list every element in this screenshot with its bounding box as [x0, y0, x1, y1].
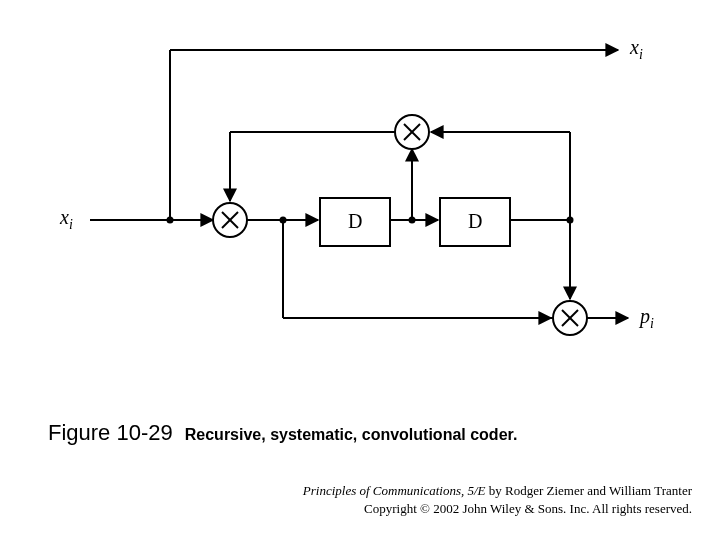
- figure-number: Figure 10-29: [48, 420, 173, 445]
- systematic-output-label: xi: [630, 36, 643, 63]
- copyright-line: Copyright © 2002 John Wiley & Sons. Inc.…: [303, 500, 692, 518]
- figure-caption: Figure 10-29 Recursive, systematic, conv…: [48, 420, 668, 446]
- copyright-credit: Principles of Communications, 5/E by Rod…: [303, 482, 692, 517]
- svg-point-10: [167, 217, 174, 224]
- diagram-canvas: xi xi pi D D Figure 10-29 Recursive, sys…: [0, 0, 720, 540]
- authors: by Rodger Ziemer and William Tranter: [486, 483, 692, 498]
- book-title: Principles of Communications, 5/E: [303, 483, 486, 498]
- delay-block-1-label: D: [348, 210, 362, 233]
- figure-title: Recursive, systematic, convolutional cod…: [185, 426, 518, 443]
- input-label: xi: [60, 206, 73, 233]
- delay-block-2-label: D: [468, 210, 482, 233]
- rsc-coder-schematic: [0, 0, 720, 540]
- parity-output-label: pi: [640, 305, 654, 332]
